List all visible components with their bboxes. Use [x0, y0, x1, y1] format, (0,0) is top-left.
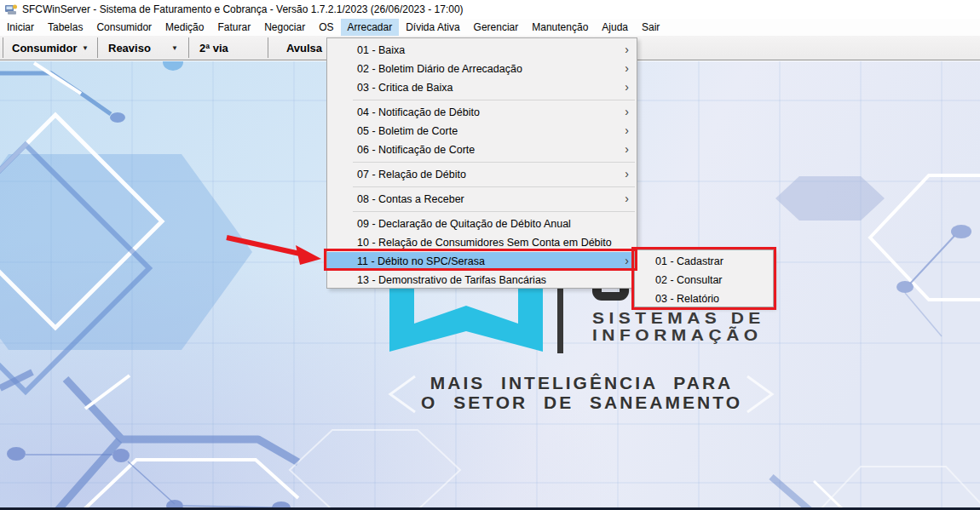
submenu-arrow-icon: ›: [625, 254, 629, 267]
menubar-item-negociar[interactable]: Negociar: [257, 19, 312, 36]
menu-item-04-notificacao-debito[interactable]: 04 - Notificação de Débito ›: [327, 103, 637, 122]
logo-text-line1: SISTEMAS DE: [592, 309, 765, 328]
brand-tagline: MAIS INTELIGÊNCIA PARA O SETOR DE SANEAM…: [366, 373, 797, 412]
app-icon: [4, 3, 18, 16]
menu-item-10-relacao-consumidores[interactable]: 10 - Relação de Consumidores Sem Conta e…: [327, 233, 637, 252]
tagline-line1: MAIS INTELIGÊNCIA PARA: [366, 373, 797, 393]
menu-item-08-contas-a-receber[interactable]: 08 - Contas a Receber ›: [327, 190, 637, 209]
menu-item-13-demonstrativo-tarifas[interactable]: 13 - Demonstrativo de Tarifas Bancárias: [327, 271, 637, 289]
menu-item-label: 01 - Baixa: [357, 44, 405, 56]
menu-item-label: 03 - Relatório: [655, 293, 719, 305]
menubar-item-manutencao[interactable]: Manutenção: [525, 19, 595, 36]
submenu-arrow-icon: ›: [625, 167, 629, 181]
chevron-down-icon: ▼: [82, 44, 89, 52]
menu-item-label: 01 - Cadastrar: [655, 255, 723, 267]
arrecadar-dropdown-menu: 01 - Baixa › 02 - Boletim Diário de Arre…: [326, 37, 637, 289]
submenu-arrow-icon: ›: [625, 192, 629, 205]
toolbar-button-label: Reaviso: [108, 42, 151, 54]
toolbar-button-2a-via[interactable]: 2ª via: [189, 36, 268, 60]
menu-item-label: 02 - Consultar: [655, 274, 723, 286]
submenu-arrow-icon: ›: [625, 80, 629, 94]
menu-item-label: 11 - Débito no SPC/Serasa: [357, 255, 485, 267]
menu-bar: Iniciar Tabelas Consumidor Medição Fatur…: [0, 19, 980, 36]
menu-separator: [353, 162, 635, 163]
menu-item-label: 08 - Contas a Receber: [357, 193, 464, 205]
submenu-arrow-icon: ›: [625, 123, 629, 137]
menu-item-label: 06 - Notificação de Corte: [357, 144, 475, 156]
submenu-arrow-icon: ›: [625, 105, 629, 118]
chevron-down-icon: ▼: [171, 44, 178, 52]
submenu-arrow-icon: ›: [625, 43, 629, 56]
menu-item-07-relacao-debito[interactable]: 07 - Relação de Débito ›: [327, 165, 637, 184]
menu-item-03-critica-de-baixa[interactable]: 03 - Critica de Baixa ›: [327, 78, 637, 97]
menubar-item-medicao[interactable]: Medição: [159, 19, 210, 36]
menubar-item-iniciar[interactable]: Iniciar: [0, 19, 41, 36]
menubar-item-arrecadar[interactable]: Arrecadar: [341, 19, 400, 36]
toolbar-button-label: Consumidor: [12, 42, 78, 54]
menubar-item-sair[interactable]: Sair: [635, 19, 666, 36]
menu-item-label: 03 - Critica de Baixa: [357, 82, 453, 94]
menubar-item-ajuda[interactable]: Ajuda: [595, 19, 635, 36]
submenu-item-02-consultar[interactable]: 02 - Consultar: [635, 271, 773, 289]
toolbar-button-reaviso[interactable]: Reaviso ▼: [98, 36, 188, 60]
menubar-item-gerenciar[interactable]: Gerenciar: [467, 19, 526, 36]
menubar-item-tabelas[interactable]: Tabelas: [41, 19, 89, 36]
menubar-item-consumidor[interactable]: Consumidor: [89, 19, 159, 36]
submenu-item-03-relatorio[interactable]: 03 - Relatório: [635, 289, 773, 308]
submenu-item-01-cadastrar[interactable]: 01 - Cadastrar: [635, 252, 773, 271]
toolbar-button-label: 2ª via: [199, 42, 228, 54]
menubar-item-faturar[interactable]: Faturar: [210, 19, 257, 36]
menu-item-label: 13 - Demonstrativo de Tarifas Bancárias: [357, 274, 546, 286]
spc-serasa-submenu: 01 - Cadastrar 02 - Consultar 03 - Relat…: [634, 249, 774, 307]
menu-item-label: 09 - Declaração de Quitação de Débito An…: [357, 218, 571, 230]
menu-item-label: 07 - Relação de Débito: [357, 169, 466, 181]
menu-item-01-baixa[interactable]: 01 - Baixa ›: [327, 41, 637, 60]
menu-item-02-boletim-diario[interactable]: 02 - Boletim Diário de Arrecadação ›: [327, 60, 637, 78]
logo-text-line2: INFORMAÇÃO: [592, 326, 763, 345]
menu-item-label: 10 - Relação de Consumidores Sem Conta e…: [357, 237, 612, 249]
menu-item-11-debito-spc-serasa[interactable]: 11 - Débito no SPC/Serasa ›: [327, 252, 637, 271]
menu-separator: [353, 100, 635, 100]
toolbar-button-consumidor[interactable]: Consumidor ▼: [3, 36, 97, 60]
menu-item-label: 04 - Notificação de Débito: [357, 106, 480, 118]
app-window: SFCWinServer - Sistema de Faturamento e …: [0, 0, 980, 510]
menubar-item-os[interactable]: OS: [312, 19, 340, 36]
menu-item-05-boletim-corte[interactable]: 05 - Boletim de Corte ›: [327, 122, 637, 140]
toolbar-button-label: Avulsa: [286, 42, 322, 54]
submenu-arrow-icon: ›: [625, 142, 629, 156]
menubar-item-divida-ativa[interactable]: Dívida Ativa: [399, 19, 466, 36]
menu-separator: [353, 211, 635, 212]
submenu-arrow-icon: ›: [625, 61, 629, 75]
menu-separator: [353, 186, 635, 187]
window-title: SFCWinServer - Sistema de Faturamento e …: [22, 3, 464, 15]
menu-item-label: 02 - Boletim Diário de Arrecadação: [357, 63, 522, 75]
tagline-line2: O SETOR DE SANEAMENTO: [366, 393, 797, 412]
menu-item-09-declaracao-quitacao[interactable]: 09 - Declaração de Quitação de Débito An…: [327, 215, 637, 233]
menu-item-label: 05 - Boletim de Corte: [357, 125, 458, 137]
menu-item-06-notificacao-corte[interactable]: 06 - Notificação de Corte ›: [327, 140, 637, 159]
title-bar: SFCWinServer - Sistema de Faturamento e …: [0, 0, 980, 19]
